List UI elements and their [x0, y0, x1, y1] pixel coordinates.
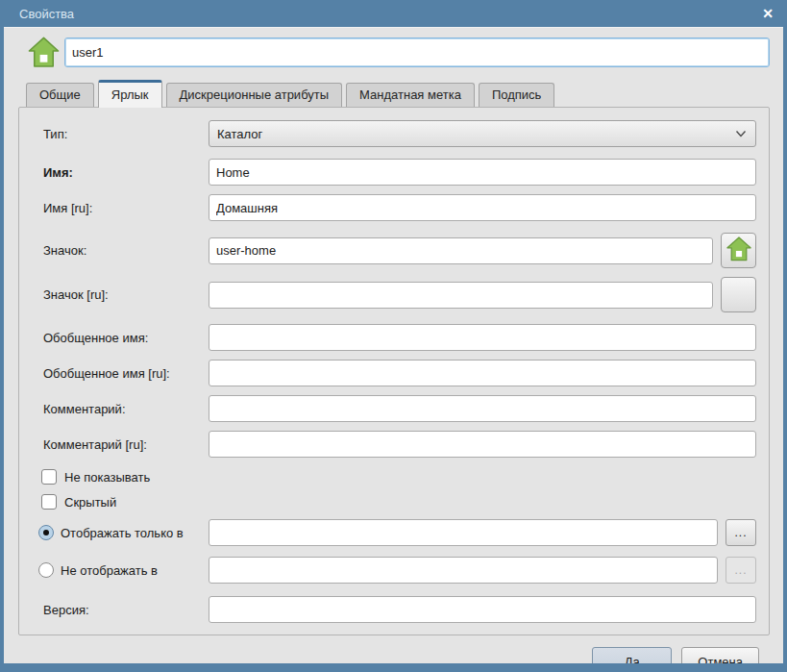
icon-ru-picker-button[interactable] — [721, 277, 756, 312]
icon-row: Значок: — [29, 233, 756, 268]
generic-name-input[interactable] — [209, 324, 756, 351]
comment-input[interactable] — [209, 395, 756, 422]
icon-ru-label: Значок [ru]: — [29, 287, 201, 302]
tab-general[interactable]: Общие — [26, 83, 94, 107]
version-label: Версия: — [29, 603, 201, 617]
not-show-in-row: Не отображать в ... — [29, 557, 756, 584]
tab-discretionary-attrs[interactable]: Дискреционные атрибуты — [166, 83, 343, 107]
chevron-down-icon — [734, 129, 748, 138]
not-show-in-input[interactable] — [209, 557, 718, 584]
cancel-button[interactable]: Отмена — [681, 647, 759, 672]
not-show-in-label: Не отображать в — [61, 563, 158, 578]
not-show-in-radio[interactable] — [38, 562, 54, 578]
hidden-checkbox-row[interactable]: Скрытый — [41, 494, 756, 510]
icon-input[interactable] — [209, 237, 713, 264]
tab-content-pane: Тип: Каталог Имя: Имя [ru]: Значок: — [18, 107, 770, 635]
comment-row: Комментарий: — [29, 395, 756, 422]
no-display-checkbox[interactable] — [41, 469, 57, 485]
generic-name-ru-input[interactable] — [209, 360, 756, 386]
icon-picker-button[interactable] — [721, 233, 756, 268]
name-ru-input[interactable] — [209, 194, 756, 221]
generic-name-row: Обобщенное имя: — [29, 324, 756, 351]
only-show-in-label: Отображать только в — [61, 526, 184, 540]
tab-bar: Общие Ярлык Дискреционные атрибуты Манда… — [18, 79, 770, 107]
user-home-icon — [726, 236, 752, 265]
type-label: Тип: — [29, 127, 201, 141]
comment-ru-row: Комментарий [ru]: — [29, 431, 756, 458]
version-row: Версия: — [29, 596, 756, 623]
hidden-label: Скрытый — [64, 495, 116, 510]
name-input[interactable] — [209, 159, 756, 186]
comment-ru-label: Комментарий [ru]: — [29, 437, 201, 452]
generic-name-ru-row: Обобщенное имя [ru]: — [29, 360, 756, 386]
comment-ru-input[interactable] — [209, 431, 756, 458]
tab-shortcut[interactable]: Ярлык — [98, 80, 162, 108]
only-show-in-row: Отображать только в ... — [29, 519, 756, 546]
name-ru-row: Имя [ru]: — [29, 194, 756, 221]
shortcut-name-input[interactable] — [64, 37, 770, 67]
type-select[interactable]: Каталог — [209, 120, 756, 147]
header-row — [18, 36, 770, 69]
only-show-in-input[interactable] — [209, 519, 718, 546]
icon-ru-input[interactable] — [209, 282, 713, 309]
not-show-in-browse-button[interactable]: ... — [726, 557, 756, 584]
comment-label: Комментарий: — [29, 402, 201, 416]
window-title: Свойства — [19, 7, 74, 21]
footer: Да Отмена — [18, 635, 770, 672]
name-row: Имя: — [29, 159, 756, 186]
version-input[interactable] — [209, 596, 756, 623]
titlebar[interactable]: Свойства ✕ — [0, 0, 787, 27]
only-show-in-browse-button[interactable]: ... — [726, 519, 756, 546]
name-ru-label: Имя [ru]: — [29, 201, 201, 215]
tab-signature[interactable]: Подпись — [479, 83, 554, 107]
only-show-in-radio[interactable] — [38, 525, 54, 540]
user-home-icon — [27, 36, 61, 69]
no-display-label: Не показывать — [64, 470, 150, 485]
icon-label: Значок: — [29, 243, 201, 258]
tab-mandatory-label[interactable]: Мандатная метка — [346, 83, 475, 107]
type-row: Тип: Каталог — [29, 120, 756, 147]
dialog-body: Общие Ярлык Дискреционные атрибуты Манда… — [4, 27, 783, 672]
properties-window: Свойства ✕ Общие Ярлык Дискреционные атр… — [0, 0, 787, 672]
ok-button[interactable]: Да — [592, 647, 672, 672]
generic-name-label: Обобщенное имя: — [29, 331, 201, 345]
type-selected-value: Каталог — [217, 127, 262, 141]
no-display-checkbox-row[interactable]: Не показывать — [41, 469, 756, 485]
icon-ru-row: Значок [ru]: — [29, 277, 756, 312]
close-icon[interactable]: ✕ — [762, 7, 774, 20]
generic-name-ru-label: Обобщенное имя [ru]: — [29, 366, 201, 381]
hidden-checkbox[interactable] — [41, 494, 57, 510]
name-label: Имя: — [29, 165, 201, 180]
